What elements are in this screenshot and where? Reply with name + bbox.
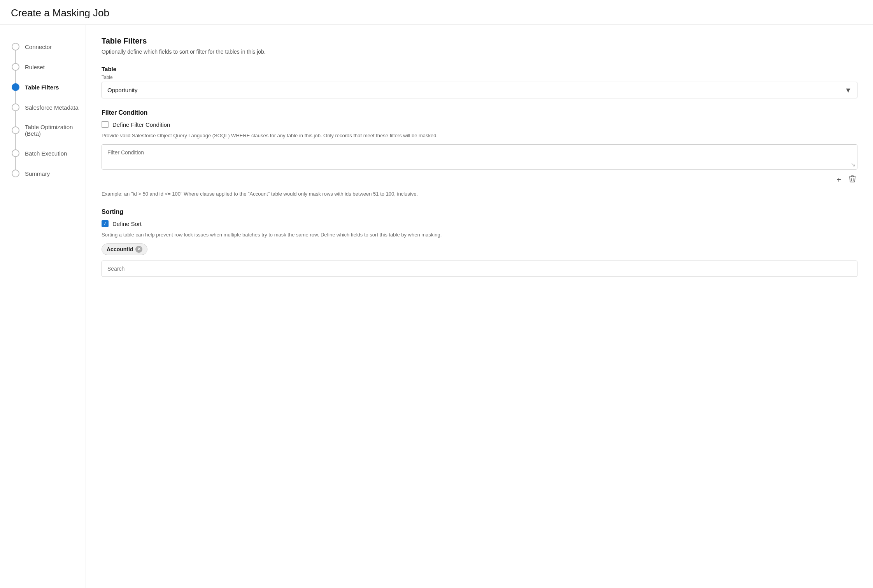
filter-actions: + [102, 173, 857, 186]
filter-condition-checkbox-label: Define Filter Condition [112, 121, 170, 128]
step-label-summary: Summary [25, 170, 50, 177]
tag-label: AccountId [107, 246, 133, 252]
table-select-wrapper: OpportunityAccountContactLead ▼ [102, 82, 857, 98]
sidebar-steps: ConnectorRulesetTable FiltersSalesforce … [12, 37, 86, 184]
filter-condition-title: Filter Condition [102, 109, 857, 116]
sidebar-step-summary[interactable]: Summary [12, 163, 86, 184]
table-main-label: Table [102, 66, 857, 72]
step-label-salesforce-metadata: Salesforce Metadata [25, 104, 79, 111]
filter-condition-textarea[interactable] [102, 145, 857, 168]
main-layout: ConnectorRulesetTable FiltersSalesforce … [0, 25, 873, 588]
step-dot-ruleset [12, 63, 19, 71]
define-sort-checkbox[interactable]: ✓ [102, 220, 109, 227]
sidebar-step-table-filters[interactable]: Table Filters [12, 77, 86, 97]
content-area: Table Filters Optionally define which fi… [86, 25, 873, 588]
filter-condition-checkbox[interactable] [102, 121, 109, 128]
section-subtitle: Optionally define which fields to sort o… [102, 49, 857, 55]
sort-checkbox-row: ✓ Define Sort [102, 220, 857, 227]
table-select[interactable]: OpportunityAccountContactLead [102, 82, 857, 98]
filter-condition-hint: Provide valid Salesforce Object Query La… [102, 132, 857, 140]
delete-filter-button[interactable] [847, 173, 857, 186]
section-title: Table Filters [102, 37, 857, 46]
tag-close-button[interactable]: ✕ [135, 246, 142, 253]
sorting-section: Sorting ✓ Define Sort Sorting a table ca… [102, 208, 857, 277]
table-sub-label: Table [102, 75, 857, 80]
define-sort-checkbox-label: Define Sort [112, 220, 142, 227]
step-label-table-filters: Table Filters [25, 84, 59, 91]
step-dot-table-filters [12, 83, 19, 91]
filter-checkbox-row: Define Filter Condition [102, 121, 857, 128]
steps-wrapper: ConnectorRulesetTable FiltersSalesforce … [12, 37, 86, 184]
step-label-ruleset: Ruleset [25, 64, 45, 70]
sort-search-input[interactable] [102, 261, 857, 277]
resize-handle-icon: ↘ [851, 161, 855, 168]
step-dot-summary [12, 170, 19, 177]
sorting-title: Sorting [102, 208, 857, 215]
add-filter-button[interactable]: + [835, 173, 843, 186]
filter-example-text: Example: an "id > 50 and id <= 100" Wher… [102, 190, 857, 198]
step-dot-batch-execution [12, 149, 19, 157]
sidebar-step-batch-execution[interactable]: Batch Execution [12, 143, 86, 163]
sidebar-step-connector[interactable]: Connector [12, 37, 86, 57]
step-dot-table-optimization [12, 126, 19, 134]
sidebar-step-ruleset[interactable]: Ruleset [12, 57, 86, 77]
step-label-batch-execution: Batch Execution [25, 150, 67, 157]
filter-textarea-wrapper: ↘ [102, 144, 857, 170]
trash-icon [849, 175, 856, 183]
step-dot-connector [12, 43, 19, 51]
sidebar-step-salesforce-metadata[interactable]: Salesforce Metadata [12, 97, 86, 117]
step-label-table-optimization: Table Optimization (Beta) [25, 124, 86, 137]
filter-condition-group: Filter Condition Define Filter Condition… [102, 109, 857, 198]
sidebar: ConnectorRulesetTable FiltersSalesforce … [0, 25, 86, 588]
page-title: Create a Masking Job [11, 7, 862, 19]
sorting-hint: Sorting a table can help prevent row loc… [102, 231, 857, 239]
step-dot-salesforce-metadata [12, 103, 19, 111]
table-field-group: Table Table OpportunityAccountContactLea… [102, 66, 857, 98]
page-header: Create a Masking Job [0, 0, 873, 25]
step-label-connector: Connector [25, 44, 52, 50]
accountid-tag[interactable]: AccountId ✕ [102, 243, 147, 255]
sidebar-step-table-optimization[interactable]: Table Optimization (Beta) [12, 117, 86, 143]
